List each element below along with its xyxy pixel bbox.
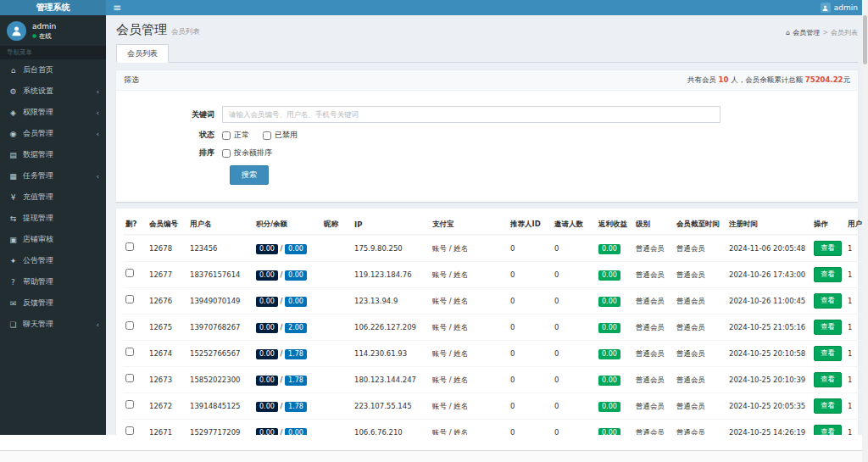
status-row: 状态 正常已禁用: [116, 130, 858, 141]
sidebar-item[interactable]: ▦任务管理‹: [0, 165, 106, 186]
breadcrumb-link[interactable]: 会员管理: [793, 28, 820, 37]
view-button[interactable]: 查看: [814, 241, 842, 256]
breadcrumb-current: 会员列表: [831, 28, 858, 37]
row-checkbox[interactable]: [125, 242, 134, 251]
table-row: 12672139148451250.00 / 1.78223.107.55.14…: [123, 393, 868, 420]
row-checkbox[interactable]: [125, 321, 134, 330]
sort-label: 排序: [116, 148, 222, 159]
cell-rebate: 0.00: [596, 262, 633, 288]
points-badge: 0.00: [256, 323, 278, 333]
column-header: 操作: [811, 215, 845, 235]
cell-ip: 114.230.61.93: [352, 341, 430, 367]
cell-member-id: 12671: [147, 420, 187, 436]
row-checkbox[interactable]: [125, 400, 134, 409]
cell-nickname: [321, 314, 352, 341]
cell-invites: 0: [552, 288, 596, 314]
avatar: [7, 21, 26, 41]
keyword-input[interactable]: [222, 106, 721, 123]
status-checkbox[interactable]: [263, 131, 271, 140]
keyword-label: 关键词: [116, 109, 222, 120]
cell-username: 13914845125: [187, 393, 253, 420]
sort-option[interactable]: 按余额排序: [222, 148, 272, 159]
cell-member-id: 12676: [147, 288, 187, 314]
points-badge: 0.00: [256, 270, 278, 281]
cell-nickname: [321, 420, 352, 436]
sidebar-item[interactable]: ✦公告管理: [0, 250, 106, 271]
sidebar: admin ● 在线 导航菜单 ⌂后台首页⚙系统设置‹◈权限管理‹◉会员管理‹▤…: [0, 15, 106, 435]
cell-points-balance: 0.00 / 1.78: [253, 393, 321, 420]
view-button[interactable]: 查看: [814, 425, 842, 435]
cell-referrer-id: 0: [508, 235, 552, 262]
column-header: 用户名: [187, 215, 253, 235]
sidebar-item[interactable]: ?帮助管理: [0, 271, 106, 292]
view-button[interactable]: 查看: [814, 293, 842, 309]
table-row: 12676139490701490.00 / 0.00123.13.94.9账号…: [123, 288, 868, 314]
search-button[interactable]: 搜索: [230, 165, 269, 185]
cell-member-id: 12674: [147, 341, 187, 367]
user-menu[interactable]: admin: [810, 0, 868, 15]
sidebar-item-label: 帮助管理: [23, 276, 53, 287]
sidebar-item[interactable]: ¥充值管理: [0, 186, 106, 208]
sidebar-item[interactable]: ❏聊天管理‹: [0, 314, 106, 335]
filter-title: 筛选: [124, 75, 139, 86]
row-checkbox[interactable]: [125, 295, 134, 303]
cell-action: 查看: [811, 262, 845, 288]
tab-member-list[interactable]: 会员列表: [116, 44, 169, 63]
status-option[interactable]: 已禁用: [263, 130, 298, 141]
cell-points-balance: 0.00 / 1.78: [253, 367, 321, 393]
sidebar-item[interactable]: ⚙系统设置‹: [0, 81, 106, 102]
cell-invites: 0: [552, 314, 596, 341]
scrollbar-thumb[interactable]: [863, 15, 867, 64]
cell-registered: 2024-11-06 20:05:48: [726, 235, 811, 262]
page-scrollbar[interactable]: [862, 0, 868, 462]
sidebar-item[interactable]: ◈权限管理‹: [0, 102, 106, 123]
cell-select: [123, 420, 147, 436]
sidebar-item-label: 充值管理: [23, 192, 53, 203]
status-option[interactable]: 正常: [222, 130, 249, 141]
sidebar-item[interactable]: ▣店铺审核: [0, 229, 106, 250]
cell-referrer-id: 0: [508, 367, 552, 393]
sidebar-toggle-hamburger-icon[interactable]: ≡: [106, 0, 128, 15]
view-button[interactable]: 查看: [814, 320, 842, 335]
sidebar-item-label: 数据管理: [23, 149, 53, 160]
cell-username: 15852022300: [187, 367, 253, 393]
balance-badge: 1.78: [285, 349, 307, 359]
sidebar-item[interactable]: ▤数据管理: [0, 144, 106, 165]
row-checkbox[interactable]: [125, 269, 134, 277]
view-button[interactable]: 查看: [814, 372, 842, 387]
cell-alipay: 账号 / 姓名: [430, 341, 508, 367]
online-status: ● 在线: [32, 31, 56, 40]
row-checkbox[interactable]: [125, 426, 134, 435]
row-checkbox[interactable]: [125, 348, 134, 356]
row-checkbox[interactable]: [125, 374, 134, 382]
sidebar-item[interactable]: ◉会员管理‹: [0, 123, 106, 144]
home-icon: ⌂: [8, 66, 18, 75]
column-header: IP: [352, 215, 430, 235]
sort-checkbox[interactable]: [222, 149, 231, 158]
brand-logo[interactable]: 管理系统: [0, 0, 106, 15]
cell-points-balance: 0.00 / 0.00: [253, 288, 321, 314]
view-button[interactable]: 查看: [814, 267, 842, 282]
sidebar-item[interactable]: ⇆提现管理: [0, 208, 106, 229]
status-checkbox[interactable]: [222, 131, 231, 140]
view-button[interactable]: 查看: [814, 346, 842, 361]
gear-icon: ⚙: [8, 87, 18, 96]
balance-badge: 0.00: [285, 244, 307, 254]
cell-registered: 2024-10-25 14:26:19: [726, 420, 811, 436]
chevron-left-icon: ‹: [96, 172, 99, 181]
online-dot-icon: ●: [32, 32, 36, 38]
cell-level: 普通会员: [633, 235, 674, 262]
cell-select: [123, 367, 147, 393]
view-button[interactable]: 查看: [814, 398, 842, 414]
sidebar-item[interactable]: ✉反馈管理: [0, 292, 106, 314]
rebate-badge: 0.00: [598, 270, 620, 281]
table-row: 12675139707682670.00 / 2.00106.226.127.2…: [123, 314, 868, 341]
cell-level: 普通会员: [633, 314, 674, 341]
cell-nickname: [321, 262, 352, 288]
sidebar-item-label: 店铺审核: [23, 234, 53, 245]
cell-member-id: 12677: [147, 262, 187, 288]
page-title: 会员管理会员列表: [116, 23, 200, 39]
column-header: 推荐人ID: [508, 215, 552, 235]
sidebar-item-label: 提现管理: [23, 213, 53, 224]
sidebar-item[interactable]: ⌂后台首页: [0, 59, 106, 81]
